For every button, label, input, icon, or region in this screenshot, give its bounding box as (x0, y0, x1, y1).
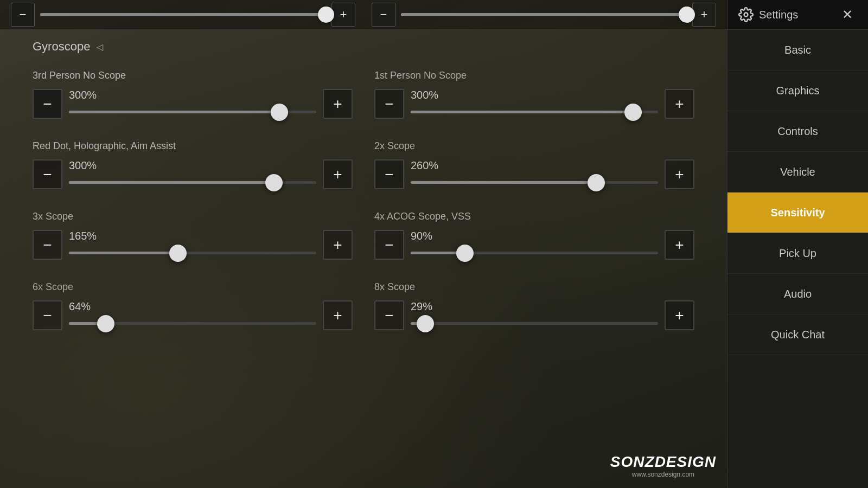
slider-fill-3rd-person-no-scope (69, 111, 279, 113)
watermark: SONZDESIGN www.sonzdesign.com (610, 453, 716, 478)
sidebar-header: Settings ✕ (727, 0, 868, 30)
gyroscope-arrow-icon: ◁ (97, 42, 103, 52)
minus-button-3rd-person-no-scope[interactable]: − (33, 89, 62, 119)
slider-thumb-3x-scope[interactable] (169, 245, 187, 262)
watermark-brand: SONZDESIGN (610, 453, 716, 471)
slider-thumb-6x-scope[interactable] (97, 315, 114, 332)
slider-row-3x-scope: − 165% + (33, 230, 353, 260)
setting-item-3x-scope: 3x Scope − 165% + (22, 201, 363, 272)
setting-item-2x-scope: 2x Scope − 260% + (363, 131, 705, 201)
sidebar-nav-item-graphics[interactable]: Graphics (727, 70, 868, 111)
plus-button-6x-scope[interactable]: + (323, 300, 353, 330)
slider-track-3x-scope[interactable] (69, 252, 316, 254)
plus-button-red-dot[interactable]: + (323, 159, 353, 189)
slider-row-2x-scope: − 260% + (374, 159, 694, 189)
minus-button-8x-scope[interactable]: − (374, 300, 404, 330)
minus-button-2x-scope[interactable]: − (374, 159, 404, 189)
setting-label-4x-acog: 4x ACOG Scope, VSS (374, 211, 694, 222)
slider-value-4x-acog: 90% (411, 230, 432, 242)
top-left-plus-button[interactable]: + (331, 3, 355, 27)
slider-row-8x-scope: − 29% + (374, 300, 694, 330)
slider-thumb-8x-scope[interactable] (417, 315, 434, 332)
minus-button-3x-scope[interactable]: − (33, 230, 62, 260)
sidebar-nav-item-basic[interactable]: Basic (727, 30, 868, 70)
slider-thumb-1st-person-no-scope[interactable] (624, 104, 642, 121)
slider-track-8x-scope[interactable] (411, 322, 658, 325)
slider-fill-4x-acog (411, 252, 465, 254)
plus-button-3x-scope[interactable]: + (323, 230, 353, 260)
sidebar-nav-item-quick-chat[interactable]: Quick Chat (727, 314, 868, 355)
slider-track-2x-scope[interactable] (411, 181, 658, 184)
slider-track-1st-person-no-scope[interactable] (411, 111, 658, 113)
setting-label-3x-scope: 3x Scope (33, 211, 353, 222)
top-bar-right: − + (372, 3, 716, 27)
slider-track-red-dot[interactable] (69, 181, 316, 184)
close-button[interactable]: ✕ (838, 5, 857, 24)
minus-button-red-dot[interactable]: − (33, 159, 62, 189)
slider-fill-2x-scope (411, 181, 596, 184)
slider-thumb-2x-scope[interactable] (588, 174, 605, 191)
slider-container-4x-acog[interactable]: 90% (411, 230, 658, 260)
minus-button-1st-person-no-scope[interactable]: − (374, 89, 404, 119)
slider-container-red-dot[interactable]: 300% (69, 159, 316, 189)
top-bar-left: − + (11, 3, 355, 27)
setting-item-red-dot: Red Dot, Holographic, Aim Assist − 300% … (22, 131, 363, 201)
slider-fill-8x-scope (411, 322, 425, 325)
slider-container-3x-scope[interactable]: 165% (69, 230, 316, 260)
slider-row-6x-scope: − 64% + (33, 300, 353, 330)
slider-track-4x-acog[interactable] (411, 252, 658, 254)
sidebar-title-area: Settings (738, 7, 798, 22)
setting-label-2x-scope: 2x Scope (374, 140, 694, 152)
top-left-slider-fill (40, 13, 326, 16)
gear-icon (738, 7, 754, 22)
minus-button-4x-acog[interactable]: − (374, 230, 404, 260)
top-bar: − + − + (0, 0, 727, 30)
sidebar-nav-item-controls[interactable]: Controls (727, 111, 868, 152)
svg-point-0 (744, 13, 748, 17)
top-right-slider-track[interactable] (401, 13, 687, 16)
slider-value-3x-scope: 165% (69, 230, 97, 242)
slider-row-3rd-person-no-scope: − 300% + (33, 89, 353, 119)
gyroscope-header: Gyroscope ◁ (0, 30, 727, 60)
sidebar: Settings ✕ BasicGraphicsControlsVehicleS… (727, 0, 868, 488)
watermark-url: www.sonzdesign.com (610, 471, 716, 478)
plus-button-8x-scope[interactable]: + (665, 300, 694, 330)
slider-row-1st-person-no-scope: − 300% + (374, 89, 694, 119)
setting-label-red-dot: Red Dot, Holographic, Aim Assist (33, 140, 353, 152)
setting-item-4x-acog: 4x ACOG Scope, VSS − 90% + (363, 201, 705, 272)
slider-thumb-4x-acog[interactable] (456, 245, 474, 262)
slider-track-3rd-person-no-scope[interactable] (69, 111, 316, 113)
sidebar-nav-item-sensitivity[interactable]: Sensitivity (727, 192, 868, 233)
slider-value-8x-scope: 29% (411, 300, 432, 313)
slider-container-6x-scope[interactable]: 64% (69, 300, 316, 330)
plus-button-2x-scope[interactable]: + (665, 159, 694, 189)
slider-container-8x-scope[interactable]: 29% (411, 300, 658, 330)
top-left-minus-button[interactable]: − (11, 3, 35, 27)
plus-button-4x-acog[interactable]: + (665, 230, 694, 260)
main-content: − + − + Gyroscope ◁ 3rd Person No Scope … (0, 0, 727, 488)
sidebar-nav-item-pick-up[interactable]: Pick Up (727, 233, 868, 274)
setting-label-6x-scope: 6x Scope (33, 281, 353, 293)
top-left-slider-thumb[interactable] (318, 7, 334, 23)
setting-label-1st-person-no-scope: 1st Person No Scope (374, 70, 694, 81)
slider-track-6x-scope[interactable] (69, 322, 316, 325)
slider-thumb-3rd-person-no-scope[interactable] (271, 104, 288, 121)
top-right-slider-thumb[interactable] (679, 7, 695, 23)
slider-container-3rd-person-no-scope[interactable]: 300% (69, 89, 316, 119)
sidebar-nav-item-audio[interactable]: Audio (727, 274, 868, 314)
slider-container-1st-person-no-scope[interactable]: 300% (411, 89, 658, 119)
slider-thumb-red-dot[interactable] (265, 174, 283, 191)
slider-row-red-dot: − 300% + (33, 159, 353, 189)
sidebar-title: Settings (759, 9, 798, 21)
slider-container-2x-scope[interactable]: 260% (411, 159, 658, 189)
sidebar-nav-item-vehicle[interactable]: Vehicle (727, 152, 868, 192)
plus-button-3rd-person-no-scope[interactable]: + (323, 89, 353, 119)
slider-fill-6x-scope (69, 322, 106, 325)
slider-fill-1st-person-no-scope (411, 111, 633, 113)
minus-button-6x-scope[interactable]: − (33, 300, 62, 330)
plus-button-1st-person-no-scope[interactable]: + (665, 89, 694, 119)
slider-value-3rd-person-no-scope: 300% (69, 89, 97, 101)
top-right-minus-button[interactable]: − (372, 3, 395, 27)
top-left-slider-track[interactable] (40, 13, 326, 16)
top-right-plus-button[interactable]: + (692, 3, 716, 27)
